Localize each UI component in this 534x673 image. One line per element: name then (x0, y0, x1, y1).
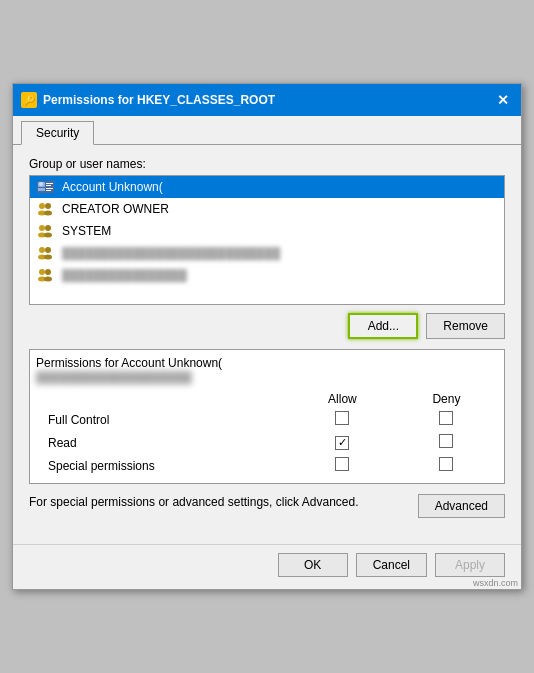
permissions-table: Allow Deny Full Control Read (36, 390, 498, 477)
dialog-icon: 🔑 (21, 92, 37, 108)
allow-checkbox-2[interactable] (335, 457, 349, 471)
svg-point-11 (44, 211, 52, 216)
user-name-blurred-1: ████████████████████████████ (62, 247, 280, 259)
user-icon-1 (36, 201, 56, 217)
perm-allow-0[interactable] (290, 408, 395, 431)
advanced-text: For special permissions or advanced sett… (29, 494, 406, 511)
allow-checkbox-0[interactable] (335, 411, 349, 425)
svg-point-16 (39, 247, 45, 253)
permissions-section: Permissions for Account Unknown( ███████… (29, 349, 505, 484)
dialog-body: Group or user names: (13, 145, 521, 544)
table-row: Full Control (36, 408, 498, 431)
user-name-1: CREATOR OWNER (62, 202, 169, 216)
table-row: Read (36, 431, 498, 454)
col-allow: Allow (290, 390, 395, 408)
user-item-blurred-2[interactable]: ████████████████ (30, 264, 504, 286)
user-item-account-unknown[interactable]: Account Unknown( (30, 176, 504, 198)
user-list[interactable]: Account Unknown( CREATOR OWNER (29, 175, 505, 305)
svg-point-14 (45, 225, 51, 231)
svg-rect-6 (46, 188, 53, 189)
remove-button[interactable]: Remove (426, 313, 505, 339)
cancel-button[interactable]: Cancel (356, 553, 427, 577)
user-icon-4 (36, 267, 56, 283)
user-icon-0 (36, 179, 56, 195)
svg-point-12 (39, 225, 45, 231)
user-item-system[interactable]: SYSTEM (30, 220, 504, 242)
advanced-row: For special permissions or advanced sett… (29, 494, 505, 518)
svg-point-22 (45, 269, 51, 275)
add-button[interactable]: Add... (348, 313, 418, 339)
deny-checkbox-1[interactable] (439, 434, 453, 448)
svg-point-23 (44, 277, 52, 282)
svg-rect-3 (38, 188, 45, 191)
perm-allow-1[interactable] (290, 431, 395, 454)
deny-checkbox-0[interactable] (439, 411, 453, 425)
svg-point-18 (45, 247, 51, 253)
perm-deny-0[interactable] (395, 408, 498, 431)
user-name-0: Account Unknown( (62, 180, 163, 194)
allow-checkbox-1[interactable] (335, 436, 349, 450)
svg-point-10 (45, 203, 51, 209)
svg-point-2 (39, 182, 43, 186)
close-button[interactable]: ✕ (493, 90, 513, 110)
tab-bar: Security (13, 116, 521, 145)
deny-checkbox-2[interactable] (439, 457, 453, 471)
user-name-blurred-2: ████████████████ (62, 269, 187, 281)
permissions-header: Permissions for Account Unknown( ███████… (36, 356, 498, 384)
user-item-creator-owner[interactable]: CREATOR OWNER (30, 198, 504, 220)
col-deny: Deny (395, 390, 498, 408)
watermark: wsxdn.com (473, 578, 518, 588)
perm-deny-1[interactable] (395, 431, 498, 454)
user-icon-3 (36, 245, 56, 261)
svg-point-20 (39, 269, 45, 275)
ok-button[interactable]: OK (278, 553, 348, 577)
tab-security[interactable]: Security (21, 121, 94, 145)
svg-rect-4 (46, 183, 53, 184)
dialog-footer: OK Cancel Apply (13, 544, 521, 589)
perm-deny-2[interactable] (395, 454, 498, 477)
svg-point-19 (44, 255, 52, 260)
dialog-title: Permissions for HKEY_CLASSES_ROOT (43, 93, 493, 107)
perm-name-2: Special permissions (36, 454, 290, 477)
table-row: Special permissions (36, 454, 498, 477)
user-item-blurred-1[interactable]: ████████████████████████████ (30, 242, 504, 264)
svg-rect-5 (46, 185, 51, 186)
title-bar: 🔑 Permissions for HKEY_CLASSES_ROOT ✕ (13, 84, 521, 116)
advanced-button[interactable]: Advanced (418, 494, 505, 518)
group-section-label: Group or user names: (29, 157, 505, 171)
permissions-dialog: 🔑 Permissions for HKEY_CLASSES_ROOT ✕ Se… (12, 83, 522, 590)
svg-point-8 (39, 203, 45, 209)
perm-name-1: Read (36, 431, 290, 454)
user-icon-2 (36, 223, 56, 239)
user-name-2: SYSTEM (62, 224, 111, 238)
svg-rect-7 (46, 190, 51, 191)
apply-button[interactable]: Apply (435, 553, 505, 577)
permissions-subheader: ████████████████████ (36, 371, 192, 383)
add-remove-row: Add... Remove (29, 313, 505, 339)
svg-point-15 (44, 233, 52, 238)
perm-name-0: Full Control (36, 408, 290, 431)
perm-allow-2[interactable] (290, 454, 395, 477)
